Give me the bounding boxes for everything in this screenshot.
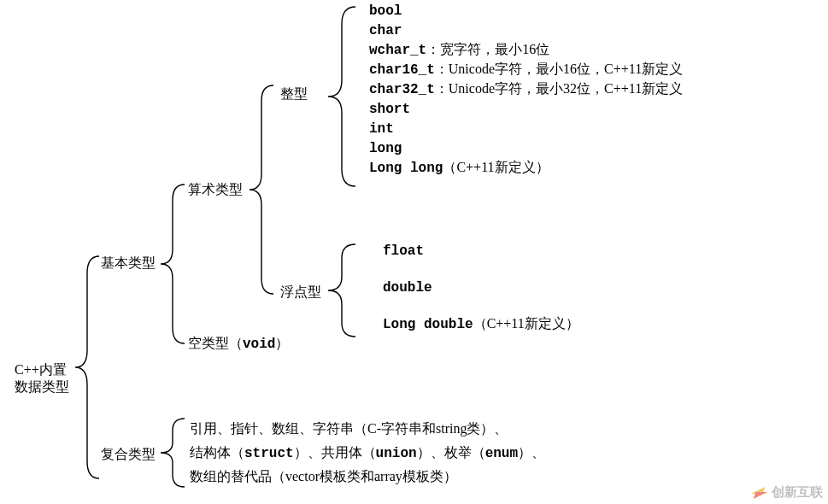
root-line2: 数据类型 xyxy=(15,379,69,394)
int-label-text: 整型 xyxy=(280,86,308,101)
int-bool: bool xyxy=(369,2,402,20)
void-prefix: 空类型（ xyxy=(188,336,243,350)
short-kw: short xyxy=(369,102,410,117)
watermark-logo-icon xyxy=(751,485,766,501)
float-float: float xyxy=(383,242,424,260)
cl2d: ）、 xyxy=(518,445,545,460)
char-kw: char xyxy=(369,23,402,38)
compound-line2: 结构体（struct）、共用体（union）、枚举（enum）、 xyxy=(190,444,545,462)
float-longdouble: Long double（C++11新定义） xyxy=(383,315,579,333)
root-line1: C++内置 xyxy=(15,362,67,377)
longdouble-kw: Long double xyxy=(383,317,473,332)
cl2b: ）、共用体（ xyxy=(294,445,376,460)
longdouble-desc: （C++11新定义） xyxy=(473,316,579,331)
int-char32: char32_t：Unicode字符，最小32位，C++11新定义 xyxy=(369,80,683,98)
watermark-text: 创新互联 xyxy=(772,484,823,501)
wchar-desc: ：宽字符，最小16位 xyxy=(426,42,549,56)
char16-desc: ：Unicode字符，最小16位，C++11新定义 xyxy=(435,62,683,76)
cl2c: ）、枚举（ xyxy=(417,445,485,460)
void-suffix: ） xyxy=(275,336,289,350)
double-kw: double xyxy=(383,280,432,296)
int-kw: int xyxy=(369,121,394,137)
int-int: int xyxy=(369,120,394,138)
wchar-kw: wchar_t xyxy=(369,43,426,58)
arith-label: 算术类型 xyxy=(188,181,243,198)
long-kw: long xyxy=(369,141,402,156)
basic-label-text: 基本类型 xyxy=(101,255,156,270)
brace-basic xyxy=(161,185,186,343)
watermark: 创新互联 xyxy=(751,484,823,501)
enum-kw: enum xyxy=(485,446,518,461)
void-kw: void xyxy=(243,337,275,352)
brace-int xyxy=(328,7,357,186)
longlong-kw: Long long xyxy=(369,161,443,176)
compound-line3: 数组的替代品（vector模板类和array模板类） xyxy=(190,468,457,485)
int-short: short xyxy=(369,100,410,118)
int-long: long xyxy=(369,139,402,157)
struct-kw: struct xyxy=(244,446,294,461)
compound-label-text: 复合类型 xyxy=(101,447,156,461)
root-label: C++内置 数据类型 xyxy=(15,361,69,396)
float-kw: float xyxy=(383,243,424,259)
char16-kw: char16_t xyxy=(369,62,435,78)
cl2a: 结构体（ xyxy=(190,445,244,460)
basic-label: 基本类型 xyxy=(101,255,156,272)
brace-float xyxy=(328,244,357,337)
void-type: 空类型（void） xyxy=(188,335,289,353)
int-char16: char16_t：Unicode字符，最小16位，C++11新定义 xyxy=(369,61,683,79)
char32-desc: ：Unicode字符，最小32位，C++11新定义 xyxy=(435,81,683,96)
int-char: char xyxy=(369,21,402,39)
int-longlong: Long long（C++11新定义） xyxy=(369,159,549,177)
float-double: double xyxy=(383,278,432,296)
compound-line3-text: 数组的替代品（vector模板类和array模板类） xyxy=(190,469,457,483)
arith-label-text: 算术类型 xyxy=(188,182,243,196)
compound-line1: 引用、指针、数组、字符串（C-字符串和string类）、 xyxy=(190,420,508,437)
longlong-desc: （C++11新定义） xyxy=(443,160,549,174)
compound-line1-text: 引用、指针、数组、字符串（C-字符串和string类）、 xyxy=(190,421,508,436)
int-wchar: wchar_t：宽字符，最小16位 xyxy=(369,41,549,59)
brace-compound xyxy=(161,419,186,487)
union-kw: union xyxy=(376,446,417,461)
char32-kw: char32_t xyxy=(369,82,435,97)
float-label: 浮点型 xyxy=(280,284,321,301)
int-label: 整型 xyxy=(280,85,308,103)
float-label-text: 浮点型 xyxy=(280,284,321,299)
bool-kw: bool xyxy=(369,3,402,19)
compound-label: 复合类型 xyxy=(101,446,156,463)
brace-root xyxy=(75,256,101,478)
brace-arith xyxy=(250,85,275,294)
